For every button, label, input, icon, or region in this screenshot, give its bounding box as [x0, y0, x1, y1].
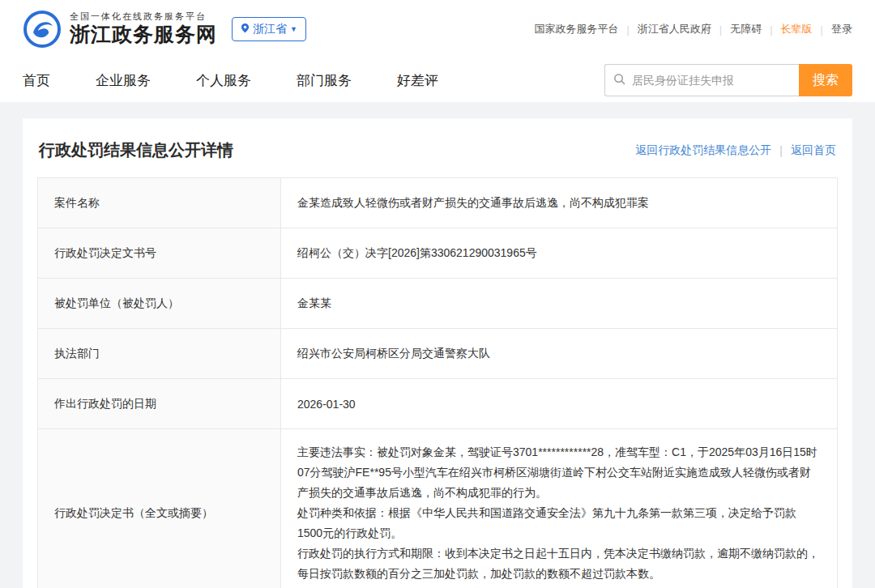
row-value-document-number: 绍柯公（交）决字[2026]第330621290031965号	[281, 228, 838, 279]
table-row: 案件名称 金某造成致人轻微伤或者财产损失的交通事故后逃逸，尚不构成犯罪案	[38, 178, 838, 228]
nav-item-enterprise-services[interactable]: 企业服务	[96, 71, 151, 90]
search-button[interactable]: 搜索	[799, 64, 852, 96]
divider	[821, 23, 823, 36]
row-value-case-name: 金某造成致人轻微伤或者财产损失的交通事故后逃逸，尚不构成犯罪案	[281, 178, 838, 228]
table-row: 作出行政处罚的日期 2026-01-30	[38, 379, 838, 429]
location-pin-icon	[241, 23, 250, 36]
detail-card: 行政处罚结果信息公开详情 返回行政处罚结果信息公开 返回首页 案件名称 金某造成…	[23, 118, 852, 588]
back-to-home-link[interactable]: 返回首页	[791, 143, 836, 158]
penalty-detail-table: 案件名称 金某造成致人轻微伤或者财产损失的交通事故后逃逸，尚不构成犯罪案 行政处…	[37, 177, 838, 588]
nav-item-home[interactable]: 首页	[23, 71, 50, 90]
link-login[interactable]: 登录	[831, 22, 852, 36]
content-area: 行政处罚结果信息公开详情 返回行政处罚结果信息公开 返回首页 案件名称 金某造成…	[0, 102, 875, 588]
search-icon	[613, 73, 625, 88]
divider	[626, 23, 629, 36]
caret-down-icon: ▼	[290, 25, 297, 33]
row-label-enforcement-department: 执法部门	[38, 329, 281, 379]
table-row: 行政处罚决定书（全文或摘要） 主要违法事实：被处罚对象金某，驾驶证号3701**…	[38, 429, 838, 588]
divider	[770, 23, 772, 36]
region-selector[interactable]: 浙江省 ▼	[232, 17, 306, 41]
divider	[779, 144, 783, 157]
row-value-punished-party: 金某某	[281, 279, 838, 329]
search-bar: 搜索	[604, 64, 852, 96]
site-brand: 全国一体化在线政务服务平台 浙江政务服务网	[23, 10, 217, 49]
link-provincial-gov[interactable]: 浙江省人民政府	[638, 22, 711, 36]
table-row: 行政处罚决定文书号 绍柯公（交）决字[2026]第330621290031965…	[38, 228, 838, 279]
page-title: 行政处罚结果信息公开详情	[39, 139, 233, 161]
site-title: 浙江政务服务网	[70, 22, 217, 47]
back-to-list-link[interactable]: 返回行政处罚结果信息公开	[635, 143, 771, 158]
nav-item-rating[interactable]: 好差评	[397, 71, 438, 90]
row-label-penalty-date: 作出行政处罚的日期	[38, 379, 281, 429]
nav-item-department-services[interactable]: 部门服务	[297, 71, 352, 90]
utility-links: 国家政务服务平台 浙江省人民政府 无障碍 长辈版 登录	[534, 22, 852, 36]
table-row: 被处罚单位（被处罚人） 金某某	[38, 279, 838, 329]
row-value-decision-document: 主要违法事实：被处罚对象金某，驾驶证号3701************28，准驾…	[281, 429, 838, 588]
platform-tagline: 全国一体化在线政务服务平台	[70, 11, 217, 23]
top-header: 全国一体化在线政务服务平台 浙江政务服务网 浙江省 ▼ 国家政务服务平台 浙江省…	[0, 0, 875, 58]
nav-item-personal-services[interactable]: 个人服务	[196, 71, 251, 90]
row-label-document-number: 行政处罚决定文书号	[38, 228, 281, 279]
row-value-enforcement-department: 绍兴市公安局柯桥区分局交通警察大队	[281, 329, 838, 379]
region-label: 浙江省	[253, 22, 287, 36]
link-accessibility[interactable]: 无障碍	[730, 22, 762, 36]
link-elder-version[interactable]: 长辈版	[781, 22, 813, 36]
row-label-decision-document: 行政处罚决定书（全文或摘要）	[38, 429, 281, 588]
row-label-punished-party: 被处罚单位（被处罚人）	[38, 279, 281, 329]
row-label-case-name: 案件名称	[38, 178, 281, 228]
row-value-penalty-date: 2026-01-30	[281, 379, 838, 429]
link-national-platform[interactable]: 国家政务服务平台	[534, 22, 618, 36]
table-row: 执法部门 绍兴市公安局柯桥区分局交通警察大队	[38, 329, 838, 379]
main-nav: 首页 企业服务 个人服务 部门服务 好差评 搜索	[0, 58, 875, 102]
site-logo-icon	[23, 10, 62, 49]
search-input[interactable]	[632, 74, 791, 87]
divider	[719, 23, 722, 36]
